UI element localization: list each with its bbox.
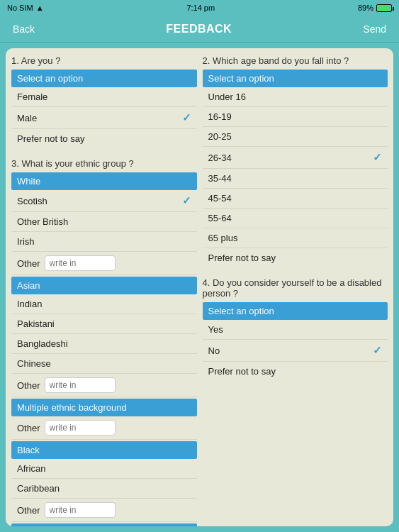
option-white-other[interactable]: Other (11, 252, 197, 275)
section-multiple: Multiple ethnic background Other (11, 399, 197, 440)
q4-text: Do you consider yourself to be a disable… (203, 277, 382, 299)
q4-option-no[interactable]: No ✓ (203, 340, 388, 362)
left-column: 1. Are you ? Select an option Female Mal… (11, 55, 197, 526)
q1-male-label: Male (17, 113, 37, 123)
question-2: 2. Which age band do you fall into ? Sel… (203, 55, 388, 267)
section-asian: Asian Indian Pakistani Bangladeshi Chine… (11, 277, 197, 397)
q2-options: Under 16 16-19 20-25 26-34 ✓ 35-44 (203, 87, 388, 267)
option-other-british[interactable]: Other British (11, 212, 197, 232)
q2-option-1619[interactable]: 16-19 (203, 107, 388, 127)
battery-icon (376, 4, 392, 12)
option-pakistani[interactable]: Pakistani (11, 314, 197, 334)
q2-option-prefer[interactable]: Prefer not to say (203, 248, 388, 267)
multiple-other-input[interactable] (45, 420, 116, 436)
q4-label: 4. Do you consider yourself to be a disa… (203, 277, 388, 299)
q3-label: 3. What is your ethnic group ? (11, 158, 197, 169)
status-left: No SIM ▲ (7, 4, 44, 12)
q2-option-5564[interactable]: 55-64 (203, 209, 388, 228)
q2-option-under16[interactable]: Under 16 (203, 87, 388, 107)
option-scotish[interactable]: Scotish ✓ (11, 190, 197, 212)
q2-2634-check: ✓ (373, 151, 382, 164)
option-indian[interactable]: Indian (11, 294, 197, 314)
option-caribbean[interactable]: Caribbean (11, 479, 197, 499)
asian-header: Asian (11, 277, 197, 294)
q4-select-header[interactable]: Select an option (203, 302, 388, 320)
content-area: 1. Are you ? Select an option Female Mal… (6, 48, 393, 526)
question-1: 1. Are you ? Select an option Female Mal… (11, 55, 197, 148)
black-other-input[interactable] (45, 502, 116, 518)
white-header: White (11, 172, 197, 190)
q3-number: 3. (11, 158, 19, 169)
section-other-bg: Other background Other (11, 523, 197, 526)
asian-other-input[interactable] (45, 377, 116, 393)
multiple-header: Multiple ethnic background (11, 399, 197, 416)
q2-label: 2. Which age band do you fall into ? (203, 55, 388, 66)
main-layout: 1. Are you ? Select an option Female Mal… (11, 55, 388, 526)
scotish-check: ✓ (182, 194, 191, 207)
q2-option-4554[interactable]: 45-54 (203, 189, 388, 209)
option-bangladeshi[interactable]: Bangladeshi (11, 334, 197, 354)
q1-options: Female Male ✓ Prefer not to say (11, 87, 197, 148)
other-bg-header: Other background (11, 523, 197, 526)
q2-select-header[interactable]: Select an option (203, 70, 388, 87)
nav-bar: Back FEEDBACK Send (0, 16, 399, 43)
option-irish[interactable]: Irish (11, 232, 197, 252)
question-3: 3. What is your ethnic group ? White Sco… (11, 158, 197, 526)
option-asian-other[interactable]: Other (11, 374, 197, 397)
section-white: White Scotish ✓ Other British Irish Othe… (11, 172, 197, 275)
carrier-text: No SIM (7, 4, 33, 12)
q2-number: 2. (203, 55, 210, 66)
q2-option-2634[interactable]: 26-34 ✓ (203, 147, 388, 169)
section-black: Black African Caribbean Other (11, 441, 197, 522)
status-bar: No SIM ▲ 7:14 pm 89% (0, 0, 399, 16)
q1-prefer-label: Prefer not to say (17, 133, 84, 144)
q1-label: 1. Are you ? (11, 55, 197, 66)
black-header: Black (11, 441, 197, 459)
question-4: 4. Do you consider yourself to be a disa… (203, 277, 388, 381)
battery-percent: 89% (358, 4, 373, 12)
q2-option-3544[interactable]: 35-44 (203, 169, 388, 189)
q1-text: Are you ? (21, 55, 61, 66)
q1-option-female[interactable]: Female (11, 87, 197, 107)
page-title: FEEDBACK (166, 23, 232, 35)
q4-option-prefer[interactable]: Prefer not to say (203, 362, 388, 381)
q2-option-2025[interactable]: 20-25 (203, 127, 388, 147)
q2-text: Which age band do you fall into ? (213, 55, 349, 66)
wifi-icon: ▲ (36, 4, 44, 12)
back-button[interactable]: Back (9, 21, 39, 38)
time-text: 7:14 pm (186, 4, 215, 12)
q1-select-header[interactable]: Select an option (11, 70, 197, 87)
q4-option-yes[interactable]: Yes (203, 320, 388, 340)
q1-option-prefer[interactable]: Prefer not to say (11, 129, 197, 148)
q3-text: What is your ethnic group ? (21, 158, 133, 169)
status-right: 89% (358, 4, 392, 12)
q2-option-65plus[interactable]: 65 plus (203, 228, 388, 248)
white-other-input[interactable] (45, 255, 116, 271)
q1-number: 1. (11, 55, 19, 66)
q1-female-label: Female (17, 92, 47, 102)
right-column: 2. Which age band do you fall into ? Sel… (203, 55, 388, 526)
option-black-other[interactable]: Other (11, 499, 197, 522)
q4-options: Yes No ✓ Prefer not to say (203, 320, 388, 381)
option-chinese[interactable]: Chinese (11, 354, 197, 374)
option-african[interactable]: African (11, 459, 197, 479)
option-multiple-other[interactable]: Other (11, 416, 197, 440)
q4-no-check: ✓ (373, 344, 382, 357)
q1-male-check: ✓ (182, 111, 191, 124)
send-button[interactable]: Send (359, 21, 390, 38)
q4-number: 4. (203, 277, 210, 288)
q1-option-male[interactable]: Male ✓ (11, 107, 197, 129)
